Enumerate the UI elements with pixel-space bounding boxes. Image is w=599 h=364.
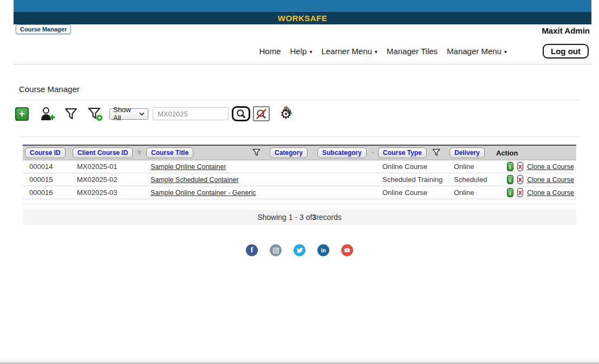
delete-icon[interactable]: X: [517, 188, 524, 197]
nav-manager-tiles[interactable]: Manager Tiles: [387, 47, 438, 56]
search-button[interactable]: [232, 106, 250, 121]
category-cell: [268, 186, 315, 199]
nav-learner-menu[interactable]: Learner Menu ▾: [321, 47, 377, 56]
column-delivery[interactable]: Delivery: [450, 147, 485, 158]
course-title-link[interactable]: Sample Scheduled Container: [151, 176, 239, 184]
table-row: 000014 MX02025-01 Sample Online Containe…: [23, 160, 576, 173]
clone-course-link[interactable]: Clone a Course: [527, 163, 574, 171]
settings-edit-icon[interactable]: ⚙ ✎: [275, 106, 297, 122]
linkedin-icon[interactable]: in: [317, 244, 329, 256]
course-manager-page: WORKSAFE Course Manager Maxit Admin Home…: [0, 0, 599, 364]
table-bottom-divider: [23, 204, 576, 204]
courses-table: Course ID Client Course ID Course Title …: [23, 145, 576, 199]
nav-help[interactable]: Help ▾: [290, 47, 312, 56]
chevron-down-icon: ▾: [375, 49, 377, 55]
page-title: Course Manager: [19, 84, 599, 94]
add-course-button[interactable]: +: [15, 107, 29, 121]
filter-icon[interactable]: [372, 148, 374, 157]
chevron-down-icon: ▾: [309, 49, 312, 55]
course-id-cell: 000014: [23, 160, 70, 173]
filter-icon[interactable]: [432, 148, 441, 157]
table-header-row: Course ID Client Course ID Course Title …: [23, 145, 576, 160]
client-course-id-cell: MX02025-01: [70, 160, 144, 173]
facebook-icon[interactable]: f: [246, 244, 258, 256]
main-nav: Home Help ▾ Learner Menu ▾ Manager Tiles…: [259, 47, 507, 56]
search-off-icon: [256, 108, 267, 120]
title-divider: [19, 100, 580, 100]
search-icon: [236, 108, 246, 119]
brand-bar: WORKSAFE: [14, 12, 591, 24]
course-type-cell: Scheduled Training: [376, 173, 447, 186]
table-row: 000016 MX02025-03 Sample Online Containe…: [23, 186, 576, 199]
nav-divider: [14, 64, 591, 64]
column-course-id[interactable]: Course ID: [25, 147, 66, 158]
filter-icon[interactable]: [252, 148, 261, 157]
top-accent-bar: [14, 0, 591, 12]
assign-user-icon[interactable]: [39, 107, 55, 121]
clone-course-link[interactable]: Clone a Course: [527, 189, 574, 197]
info-icon[interactable]: i: [507, 188, 513, 197]
select-chevron-icon: [139, 112, 145, 116]
info-icon[interactable]: i: [507, 175, 513, 184]
subcategory-cell: [315, 160, 376, 173]
course-type-cell: Online Course: [376, 186, 447, 199]
table-divider: [19, 136, 580, 137]
filter-icon[interactable]: [138, 148, 142, 157]
logout-button[interactable]: Log out: [543, 44, 589, 58]
brand-title: WORKSAFE: [278, 14, 328, 23]
subcategory-cell: [315, 186, 376, 199]
column-course-type[interactable]: Course Type: [378, 147, 427, 158]
client-course-id-cell: MX02025-02: [70, 173, 144, 186]
window-bottom-edge: [0, 359, 599, 364]
subcategory-cell: [315, 173, 376, 186]
delivery-cell: Scheduled: [447, 173, 492, 186]
client-course-id-cell: MX02025-03: [70, 186, 144, 199]
course-manager-tab[interactable]: Course Manager: [16, 24, 71, 34]
delete-icon[interactable]: X: [517, 175, 524, 184]
course-title-link[interactable]: Sample Online Container - Generic: [151, 189, 256, 197]
table-row: 000015 MX02025-02 Sample Scheduled Conta…: [23, 173, 576, 186]
column-subcategory[interactable]: Subcategory: [317, 147, 367, 158]
column-client-course-id[interactable]: Client Course ID: [73, 147, 133, 158]
youtube-icon[interactable]: [341, 244, 353, 256]
show-filter-value: Show All: [113, 106, 139, 122]
clone-course-link[interactable]: Clone a Course: [527, 176, 574, 184]
nav-manager-menu[interactable]: Manager Menu ▾: [447, 47, 507, 56]
chevron-down-icon: ▾: [504, 49, 507, 55]
toolbar: + Show All: [15, 105, 599, 122]
filter-icon[interactable]: [64, 107, 78, 121]
nav-home[interactable]: Home: [259, 47, 281, 56]
twitter-icon[interactable]: [294, 244, 305, 256]
column-action: Action: [494, 149, 518, 157]
search-input[interactable]: [153, 107, 229, 120]
delete-icon[interactable]: X: [517, 162, 524, 171]
filter-icon[interactable]: [312, 148, 313, 157]
category-cell: [268, 173, 315, 186]
records-summary: Showing 1 - 3 of 3 records: [23, 210, 576, 225]
column-course-title[interactable]: Course Title: [146, 147, 193, 158]
course-id-cell: 000016: [23, 186, 70, 199]
course-type-cell: Online Course: [376, 160, 447, 173]
course-title-link[interactable]: Sample Online Container: [151, 163, 226, 171]
course-id-cell: 000015: [23, 173, 70, 186]
info-icon[interactable]: i: [507, 162, 513, 171]
pencil-icon: ✎: [283, 104, 293, 119]
social-links: f in: [0, 244, 599, 256]
clear-search-button[interactable]: [253, 106, 270, 121]
filter-add-icon[interactable]: [87, 107, 103, 121]
column-category[interactable]: Category: [270, 147, 308, 158]
logged-in-user: Maxit Admin: [542, 26, 590, 35]
category-cell: [268, 160, 315, 173]
show-filter-select[interactable]: Show All: [109, 108, 148, 120]
delivery-cell: Online: [447, 186, 492, 199]
delivery-cell: Online: [447, 160, 492, 173]
instagram-icon[interactable]: [270, 244, 282, 256]
